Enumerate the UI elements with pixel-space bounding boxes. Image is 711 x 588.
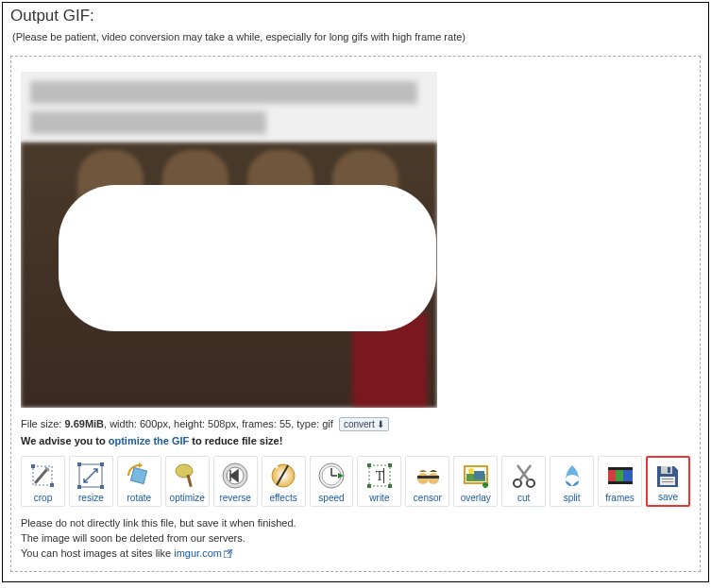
file-size-prefix: File size: <box>21 418 64 429</box>
split-icon <box>556 460 588 492</box>
crop-button[interactable]: crop <box>21 456 65 507</box>
speed-button[interactable]: speed <box>310 456 354 507</box>
svg-rect-41 <box>608 481 633 484</box>
tool-label: resize <box>78 493 104 503</box>
optimize-icon <box>171 460 203 492</box>
svg-rect-6 <box>77 485 81 489</box>
tool-label: reverse <box>219 493 250 503</box>
svg-rect-45 <box>662 479 673 479</box>
advise-line: We advise you to optimize the GIF to red… <box>21 435 690 446</box>
cut-button[interactable]: cut <box>501 456 546 507</box>
write-icon: T <box>364 460 396 492</box>
note-l3-pre: You can host images at sites like <box>21 547 174 559</box>
save-icon <box>652 461 684 492</box>
save-button[interactable]: save <box>646 456 690 507</box>
svg-rect-8 <box>131 467 147 483</box>
frames-button[interactable]: frames <box>598 456 642 507</box>
svg-rect-34 <box>474 471 484 479</box>
svg-text:T: T <box>376 469 384 483</box>
output-title: Output GIF: <box>3 3 708 27</box>
overlay-icon <box>460 460 492 492</box>
split-button[interactable]: split <box>550 456 594 507</box>
reverse-icon <box>219 460 251 492</box>
svg-point-17 <box>276 466 279 469</box>
write-button[interactable]: T write <box>357 456 401 507</box>
tool-label: effects <box>269 493 296 503</box>
svg-rect-43 <box>668 467 670 473</box>
svg-point-11 <box>193 466 195 468</box>
optimize-button[interactable]: optimize <box>165 456 210 507</box>
output-panel: File size: 9.69MiB, width: 600px, height… <box>10 56 701 572</box>
svg-point-9 <box>176 464 193 478</box>
crop-icon <box>26 460 59 492</box>
tool-label: cut <box>517 493 530 503</box>
imgur-link[interactable]: imgur.com <box>174 547 222 559</box>
svg-point-33 <box>468 468 474 474</box>
output-note: (Please be patient, video conversion may… <box>3 27 708 56</box>
effects-icon <box>267 460 299 492</box>
convert-label: convert <box>344 419 375 429</box>
svg-point-12 <box>195 470 197 472</box>
rotate-button[interactable]: rotate <box>117 456 161 507</box>
tool-label: censor <box>414 493 442 503</box>
svg-rect-21 <box>367 463 371 467</box>
svg-rect-26 <box>383 468 384 483</box>
resize-icon <box>75 460 107 492</box>
page-container: Output GIF: (Please be patient, video co… <box>2 2 709 582</box>
optimize-link[interactable]: optimize the GIF <box>109 435 190 446</box>
censor-button[interactable]: censor <box>405 456 449 507</box>
tool-label: save <box>658 492 678 502</box>
svg-rect-2 <box>50 483 54 487</box>
convert-button[interactable]: convert ⬇ <box>339 417 390 431</box>
note-line-2: The image will soon be deleted from our … <box>21 531 690 546</box>
note-line-1: Please do not directly link this file, b… <box>21 516 690 531</box>
svg-rect-4 <box>77 462 81 466</box>
tool-label: rotate <box>127 493 152 503</box>
tool-label: overlay <box>461 493 491 503</box>
file-dimensions: , width: 600px, height: 508px, frames: 5… <box>104 418 333 429</box>
svg-rect-10 <box>187 475 193 487</box>
svg-rect-42 <box>661 466 672 474</box>
svg-rect-44 <box>660 477 675 485</box>
gif-censor-overlay <box>59 185 436 331</box>
svg-rect-30 <box>428 476 439 479</box>
frames-icon <box>604 460 636 492</box>
speed-icon <box>315 460 347 492</box>
reverse-button[interactable]: reverse <box>213 456 258 507</box>
svg-rect-1 <box>31 464 35 468</box>
svg-rect-5 <box>100 462 104 466</box>
file-size-value: 9.69MiB <box>64 418 104 429</box>
advise-post: to reduce file size! <box>189 435 282 446</box>
tool-label: frames <box>605 493 635 503</box>
svg-rect-28 <box>417 476 429 479</box>
svg-rect-46 <box>662 481 673 482</box>
advise-pre: We advise you to <box>21 435 109 446</box>
svg-rect-22 <box>388 463 392 467</box>
tool-label: crop <box>34 493 52 503</box>
toolbar: crop resize rotate optimize <box>21 456 690 507</box>
svg-rect-24 <box>388 484 392 488</box>
gif-caption-area <box>21 72 437 143</box>
bottom-notes: Please do not directly link this file, b… <box>21 516 690 562</box>
download-icon: ⬇ <box>377 419 384 429</box>
tool-label: split <box>564 493 581 503</box>
resize-button[interactable]: resize <box>69 456 113 507</box>
overlay-button[interactable]: overlay <box>453 456 498 507</box>
svg-rect-23 <box>367 484 371 488</box>
svg-rect-7 <box>100 485 104 489</box>
gif-preview[interactable] <box>21 72 437 408</box>
tool-label: write <box>369 493 389 503</box>
rotate-icon <box>123 460 155 492</box>
censor-icon <box>412 460 444 492</box>
file-info: File size: 9.69MiB, width: 600px, height… <box>21 417 690 431</box>
tool-label: speed <box>318 493 344 503</box>
cut-icon <box>508 460 540 492</box>
tool-label: optimize <box>170 493 205 503</box>
external-link-icon <box>224 549 232 558</box>
note-line-3: You can host images at sites like imgur.… <box>21 546 690 562</box>
svg-rect-40 <box>608 467 633 470</box>
effects-button[interactable]: effects <box>262 456 306 507</box>
